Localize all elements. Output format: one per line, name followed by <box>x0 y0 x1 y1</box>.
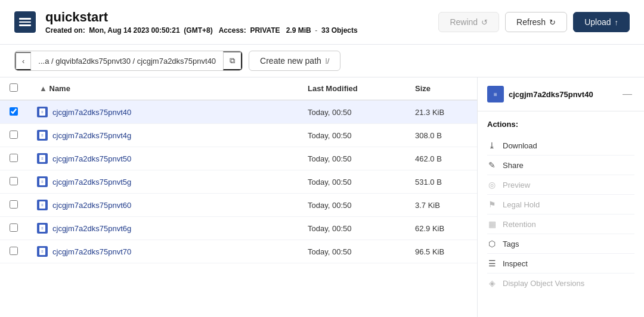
file-name-wrapper: ≡ cjcgjm7a2dks75pnvt40 <box>37 107 289 117</box>
table-header-row: ▲ Name Last Modified Size <box>0 77 477 100</box>
row-name-cell: ≡ cjcgjm7a2dks75pnvt50 <box>27 147 298 170</box>
toolbar: ‹ ...a / glqvibfa2dks75pnvt30 / cjcgjm7a… <box>0 45 644 77</box>
table-row[interactable]: ≡ cjcgjm7a2dks75pnvt5g Today, 00:50 531.… <box>0 170 477 194</box>
file-name[interactable]: cjcgjm7a2dks75pnvt60 <box>52 201 131 210</box>
file-name[interactable]: cjcgjm7a2dks75pnvt70 <box>52 247 131 256</box>
row-name-cell: ≡ cjcgjm7a2dks75pnvt70 <box>27 240 298 263</box>
create-path-icon: ⁞/ <box>325 57 330 66</box>
app-meta: Created on: Mon, Aug 14 2023 00:50:21 (G… <box>45 26 429 35</box>
bucket-size: 2.9 MiB <box>286 26 311 35</box>
copy-path-button[interactable]: ⧉ <box>223 51 242 70</box>
refresh-icon: ↻ <box>549 18 556 27</box>
file-type-icon: ≡ <box>37 223 48 234</box>
action-item-download[interactable]: ⤓ Download <box>487 136 634 156</box>
action-label: Tags <box>503 240 519 248</box>
size-column-label: Size <box>415 84 431 93</box>
refresh-label: Refresh <box>516 17 546 27</box>
created-label: Created on: <box>45 26 85 35</box>
breadcrumb-nav: ‹ ...a / glqvibfa2dks75pnvt30 / cjcgjm7a… <box>14 51 243 71</box>
name-column-header[interactable]: ▲ Name <box>27 77 298 100</box>
file-type-icon: ≡ <box>37 176 48 187</box>
table-row[interactable]: ≡ cjcgjm7a2dks75pnvt60 Today, 00:50 3.7 … <box>0 194 477 217</box>
action-icon: ☰ <box>487 259 497 268</box>
table-row[interactable]: ≡ cjcgjm7a2dks75pnvt6g Today, 00:50 62.9… <box>0 217 477 240</box>
upload-button[interactable]: Upload ↑ <box>573 12 630 32</box>
action-item-share[interactable]: ✎ Share <box>487 156 634 175</box>
row-name-cell: ≡ cjcgjm7a2dks75pnvt6g <box>27 217 298 240</box>
file-name[interactable]: cjcgjm7a2dks75pnvt40 <box>52 108 131 117</box>
row-checkbox[interactable] <box>10 107 18 116</box>
row-checkbox[interactable] <box>10 223 18 232</box>
row-checkbox[interactable] <box>10 154 18 162</box>
file-name-wrapper: ≡ cjcgjm7a2dks75pnvt70 <box>37 246 289 257</box>
rewind-label: Rewind <box>450 17 478 27</box>
file-name[interactable]: cjcgjm7a2dks75pnvt6g <box>52 224 131 233</box>
table-row[interactable]: ≡ cjcgjm7a2dks75pnvt50 Today, 00:50 462.… <box>0 147 477 170</box>
actions-list: ⤓ Download ✎ Share ◎ Preview ⚑ Legal Hol… <box>487 136 634 293</box>
file-name-wrapper: ≡ cjcgjm7a2dks75pnvt50 <box>37 153 289 164</box>
action-icon: ✎ <box>487 160 497 170</box>
action-icon: ⤓ <box>487 141 497 150</box>
file-name-wrapper: ≡ cjcgjm7a2dks75pnvt60 <box>37 200 289 210</box>
file-name-wrapper: ≡ cjcgjm7a2dks75pnvt5g <box>37 176 289 187</box>
action-label: Display Object Versions <box>503 279 584 288</box>
row-modified-cell: Today, 00:50 <box>298 217 405 240</box>
row-checkbox[interactable] <box>10 130 18 139</box>
refresh-button[interactable]: Refresh ↻ <box>505 12 567 32</box>
file-name[interactable]: cjcgjm7a2dks75pnvt4g <box>52 131 131 140</box>
action-item-preview: ◎ Preview <box>487 175 634 195</box>
file-list: ▲ Name Last Modified Size <box>0 77 477 317</box>
row-modified-cell: Today, 00:50 <box>298 100 405 124</box>
file-name-wrapper: ≡ cjcgjm7a2dks75pnvt4g <box>37 130 289 141</box>
rewind-button[interactable]: Rewind ↺ <box>438 12 499 32</box>
header-info: quickstart Created on: Mon, Aug 14 2023 … <box>45 10 429 35</box>
file-type-icon: ≡ <box>37 153 48 164</box>
action-label: Legal Hold <box>503 200 540 209</box>
row-size-cell: 531.0 B <box>405 170 477 194</box>
file-name[interactable]: cjcgjm7a2dks75pnvt5g <box>52 178 131 187</box>
action-item-tags[interactable]: ⬡ Tags <box>487 234 634 254</box>
file-type-icon: ≡ <box>37 130 48 141</box>
row-name-cell: ≡ cjcgjm7a2dks75pnvt4g <box>27 124 298 147</box>
action-item-inspect[interactable]: ☰ Inspect <box>487 254 634 274</box>
create-path-label: Create new path <box>260 56 321 66</box>
row-checkbox-cell <box>0 217 27 240</box>
breadcrumb-path: ...a / glqvibfa2dks75pnvt30 / cjcgjm7a2d… <box>31 53 223 69</box>
side-panel-actions: Actions: ⤓ Download ✎ Share ◎ Preview ⚑ … <box>478 111 644 301</box>
action-item-retention: ▦ Retention <box>487 215 634 234</box>
name-column-label: Name <box>49 84 70 93</box>
table-row[interactable]: ≡ cjcgjm7a2dks75pnvt70 Today, 00:50 96.5… <box>0 240 477 263</box>
content-area: ▲ Name Last Modified Size <box>0 77 644 317</box>
breadcrumb-back-button[interactable]: ‹ <box>15 52 31 70</box>
header: quickstart Created on: Mon, Aug 14 2023 … <box>0 0 644 45</box>
size-column-header: Size <box>405 77 477 100</box>
row-checkbox[interactable] <box>10 247 18 255</box>
file-type-icon: ≡ <box>37 246 48 257</box>
row-modified-cell: Today, 00:50 <box>298 194 405 217</box>
app-logo <box>14 11 36 33</box>
actions-label: Actions: <box>487 120 634 129</box>
file-name-wrapper: ≡ cjcgjm7a2dks75pnvt6g <box>37 223 289 234</box>
row-checkbox[interactable] <box>10 177 18 185</box>
row-checkbox-cell <box>0 124 27 147</box>
upload-icon: ↑ <box>615 18 619 27</box>
row-modified-cell: Today, 00:50 <box>298 170 405 194</box>
row-checkbox[interactable] <box>10 200 18 209</box>
file-type-icon: ≡ <box>37 200 48 210</box>
table-row[interactable]: ≡ cjcgjm7a2dks75pnvt40 Today, 00:50 21.3… <box>0 100 477 124</box>
create-path-button[interactable]: Create new path ⁞/ <box>249 51 340 71</box>
side-panel-close-button[interactable]: — <box>620 88 634 101</box>
row-modified-cell: Today, 00:50 <box>298 240 405 263</box>
table-row[interactable]: ≡ cjcgjm7a2dks75pnvt4g Today, 00:50 308.… <box>0 124 477 147</box>
row-checkbox-cell <box>0 147 27 170</box>
row-checkbox-cell <box>0 240 27 263</box>
action-item-legal-hold: ⚑ Legal Hold <box>487 195 634 215</box>
file-name[interactable]: cjcgjm7a2dks75pnvt50 <box>52 154 131 163</box>
action-label: Retention <box>503 220 536 229</box>
copy-icon: ⧉ <box>230 56 235 65</box>
action-icon: ⬡ <box>487 239 497 248</box>
row-name-cell: ≡ cjcgjm7a2dks75pnvt40 <box>27 100 298 124</box>
row-name-cell: ≡ cjcgjm7a2dks75pnvt60 <box>27 194 298 217</box>
modified-column-label: Last Modified <box>308 84 358 93</box>
select-all-checkbox[interactable] <box>10 83 18 92</box>
